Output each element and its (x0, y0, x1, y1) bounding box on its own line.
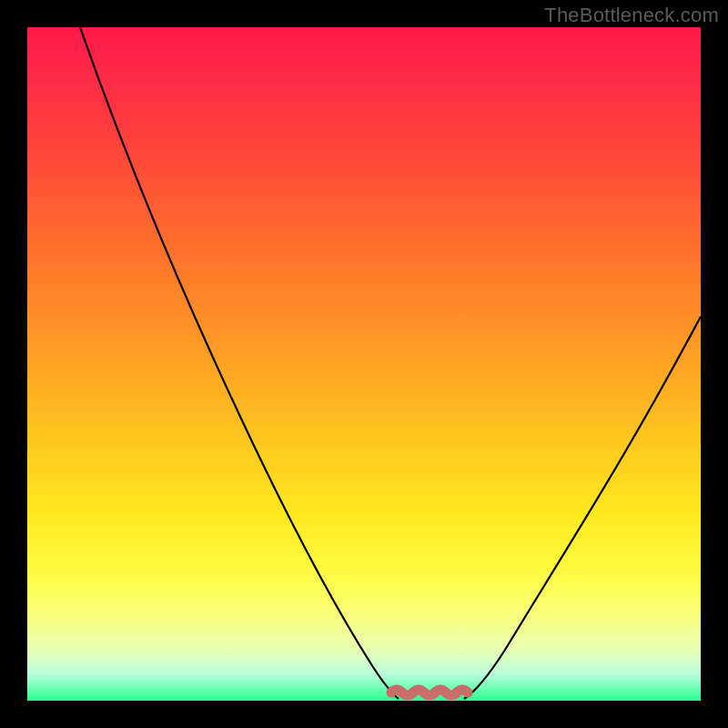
curve-layer (27, 27, 701, 701)
chart-frame: TheBottleneck.com (0, 0, 728, 728)
valley-bumps (391, 690, 468, 695)
curve-right-branch (464, 317, 701, 699)
curve-left-branch (80, 27, 399, 699)
watermark-text: TheBottleneck.com (544, 4, 719, 27)
plot-area (27, 27, 701, 701)
